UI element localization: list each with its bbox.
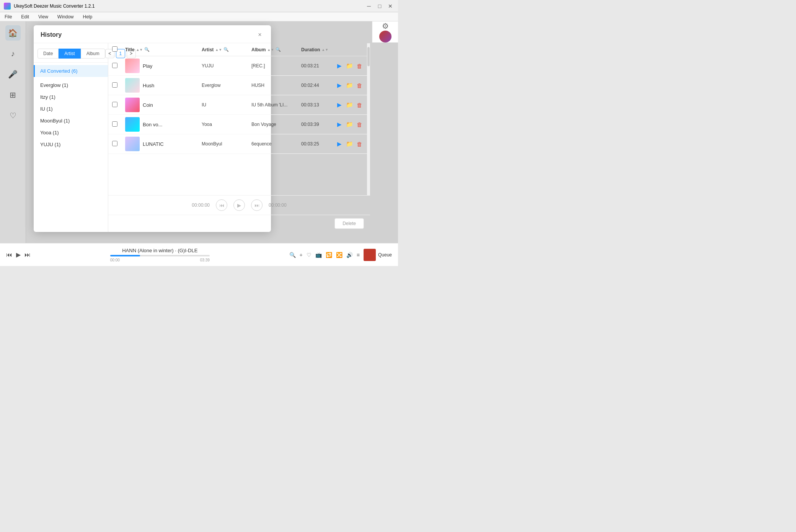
artist-item-yooa[interactable]: Yooa (1) (34, 127, 108, 139)
row2-delete-button[interactable]: 🗑 (356, 82, 363, 89)
row5-play-button[interactable]: ▶ (336, 140, 343, 148)
bottom-play-button[interactable]: ▶ (16, 251, 21, 258)
artist-item-yuju[interactable]: YUJU (1) (34, 139, 108, 150)
menu-window[interactable]: Window (56, 13, 75, 20)
close-button[interactable]: ✕ (387, 2, 394, 10)
bottom-add-button[interactable]: + (300, 252, 303, 258)
row5-artist: MoonByul (202, 141, 251, 147)
artist-item-moonbyul[interactable]: MoonByul (1) (34, 115, 108, 127)
row4-thumbnail (125, 117, 140, 132)
row1-artist: YUJU (202, 63, 251, 69)
artist-item-iu[interactable]: IU (1) (34, 103, 108, 115)
history-dialog: History × Date Artist Album < 1 > (34, 25, 271, 232)
col-artist-label: Artist (202, 47, 214, 52)
avatar[interactable] (379, 31, 391, 42)
queue-thumbnail (364, 249, 376, 261)
row4-play-button[interactable]: ▶ (336, 121, 343, 128)
menu-help[interactable]: Help (82, 13, 94, 20)
menu-file[interactable]: File (3, 13, 13, 20)
row3-play-button[interactable]: ▶ (336, 101, 343, 109)
menu-view[interactable]: View (37, 13, 50, 20)
album-sort-icon[interactable]: ▲▼ (267, 48, 274, 52)
app-icon (4, 3, 11, 10)
player-prev-button[interactable]: ⏮ (216, 199, 227, 211)
row4-delete-button[interactable]: 🗑 (356, 121, 363, 128)
tab-artist[interactable]: Artist (59, 49, 80, 59)
right-panel: Title ▲▼ 🔍 Artist ▲▼ 🔍 Album ▲▼ 🔍 (108, 43, 370, 232)
row1-folder-button[interactable]: 📁 (346, 62, 353, 70)
row3-checkbox[interactable] (112, 102, 125, 108)
artist-item-itzy[interactable]: Itzy (1) (34, 91, 108, 103)
player-next-button[interactable]: ⏭ (251, 199, 263, 211)
row3-folder-button[interactable]: 📁 (346, 101, 353, 109)
row5-album: 6equence (251, 141, 301, 147)
bottom-repeat-button[interactable]: 🔁 (326, 252, 332, 258)
row5-checkbox[interactable] (112, 141, 125, 147)
maximize-button[interactable]: □ (376, 2, 383, 10)
dialog-close-button[interactable]: × (256, 31, 264, 39)
row2-track-info: Hush (125, 78, 202, 93)
progress-fill (110, 255, 140, 256)
row4-artist: Yooa (202, 122, 251, 127)
dialog-footer: Delete (108, 215, 370, 232)
title-search-icon[interactable]: 🔍 (144, 47, 150, 52)
minimize-button[interactable]: ─ (365, 2, 373, 10)
row5-delete-button[interactable]: 🗑 (356, 140, 363, 148)
settings-button[interactable]: ⚙ (382, 21, 389, 31)
row3-track-info: Coin (125, 98, 202, 112)
progress-bar[interactable] (110, 255, 210, 256)
player-play-button[interactable]: ▶ (233, 199, 245, 211)
queue-label[interactable]: Queue (378, 252, 392, 258)
scrollbar-thumb[interactable] (367, 47, 370, 66)
menu-edit[interactable]: Edit (20, 13, 31, 20)
col-title: Title ▲▼ 🔍 (125, 47, 202, 52)
duration-sort-icon[interactable]: ▲▼ (321, 48, 328, 52)
bottom-cast-button[interactable]: 📺 (315, 252, 322, 258)
row2-play-button[interactable]: ▶ (336, 82, 343, 89)
bottom-search-button[interactable]: 🔍 (289, 252, 296, 258)
row5-track-info: LUNATIC (125, 137, 202, 151)
col-album: Album ▲▼ 🔍 (251, 47, 301, 52)
row1-checkbox[interactable] (112, 63, 125, 69)
tab-album[interactable]: Album (81, 49, 105, 59)
row1-thumbnail (125, 59, 140, 73)
bottom-next-button[interactable]: ⏭ (24, 251, 31, 258)
bottom-controls: ⏮ ▶ ⏭ (6, 251, 31, 258)
artist-sort-icon[interactable]: ▲▼ (215, 48, 222, 52)
filter-tabs: Date Artist Album (38, 49, 105, 59)
delete-button[interactable]: Delete (334, 218, 364, 229)
row3-delete-button[interactable]: 🗑 (356, 101, 363, 109)
table-row: LUNATIC MoonByul 6equence 00:03:25 ▶ 📁 🗑 (108, 134, 370, 154)
table-row: Bon vo... Yooa Bon Voyage 00:03:39 ▶ 📁 🗑 (108, 115, 370, 134)
titlebar-controls[interactable]: ─ □ ✕ (365, 2, 394, 10)
left-panel: Date Artist Album < 1 > All Converted (6… (34, 43, 108, 232)
bottom-heart-button[interactable]: ♡ (307, 252, 312, 258)
row4-folder-button[interactable]: 📁 (346, 121, 353, 128)
artist-search-icon[interactable]: 🔍 (223, 47, 229, 52)
row1-track-info: Play (125, 59, 202, 73)
row5-folder-button[interactable]: 📁 (346, 140, 353, 148)
bottom-volume-button[interactable]: 🔊 (346, 252, 353, 258)
row1-play-button[interactable]: ▶ (336, 62, 343, 70)
bottom-prev-button[interactable]: ⏮ (6, 251, 12, 258)
bottom-track: HANN (Alone in winter) · (G)I-DLE 00:00 … (36, 248, 284, 262)
artist-item-everglow[interactable]: Everglow (1) (34, 79, 108, 91)
queue-section: Queue (364, 249, 392, 261)
title-sort-icon[interactable]: ▲▼ (136, 48, 143, 52)
tab-date[interactable]: Date (38, 49, 59, 59)
bottom-equalizer-button[interactable]: ≡ (357, 252, 360, 258)
col-checkbox (112, 46, 125, 53)
scrollbar-track[interactable] (367, 43, 370, 195)
row3-duration: 00:03:13 (301, 102, 336, 108)
bottom-shuffle-button[interactable]: 🔀 (336, 252, 343, 258)
row4-checkbox[interactable] (112, 121, 125, 128)
row5-thumbnail (125, 137, 140, 151)
row1-delete-button[interactable]: 🗑 (356, 62, 363, 70)
select-all-checkbox[interactable] (112, 46, 117, 52)
menubar: File Edit View Window Help (0, 12, 398, 21)
row2-checkbox[interactable] (112, 82, 125, 89)
row2-folder-button[interactable]: 📁 (346, 82, 353, 89)
all-converted-item[interactable]: All Converted (6) (34, 65, 108, 77)
bottom-time-start: 00:00 (110, 258, 120, 262)
album-search-icon[interactable]: 🔍 (276, 47, 281, 52)
